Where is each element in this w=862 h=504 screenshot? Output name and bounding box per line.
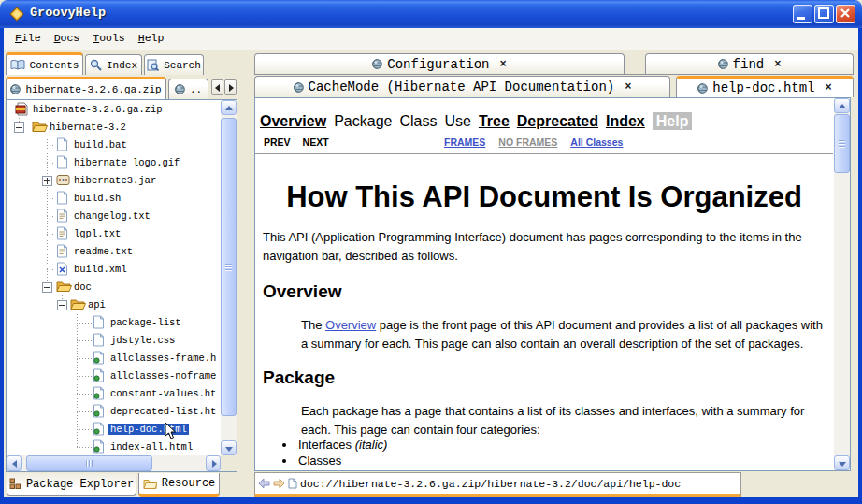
doc-vscroll-thumb[interactable] bbox=[834, 114, 850, 173]
subnav-no-frames[interactable]: NO FRAMES bbox=[498, 137, 557, 148]
tab-scroll-right-button[interactable] bbox=[224, 79, 237, 95]
tree-expander[interactable] bbox=[14, 122, 24, 133]
tab-configuration[interactable]: Configuration× bbox=[254, 53, 625, 74]
tree-item-allclasses-noframe[interactable]: allclasses-noframe bbox=[7, 367, 221, 385]
tab-label: Index bbox=[107, 60, 137, 71]
category-item: Interfaces (italic) bbox=[296, 437, 833, 453]
menu-help[interactable]: Help bbox=[132, 28, 171, 44]
nav-deprecated[interactable]: Deprecated bbox=[517, 112, 598, 130]
nav-tree[interactable]: Tree bbox=[479, 112, 510, 130]
tree-item-label[interactable]: allclasses-frame.h bbox=[110, 353, 216, 364]
subnav-all-classes[interactable]: All Classes bbox=[570, 137, 623, 148]
tree-item-help-doc-html[interactable]: help-doc.html bbox=[7, 421, 221, 439]
tree-item-label[interactable]: jdstyle.css bbox=[110, 335, 175, 346]
tab-find[interactable]: find× bbox=[645, 53, 854, 74]
scroll-up-button[interactable] bbox=[221, 100, 237, 115]
close-tab-icon[interactable]: × bbox=[826, 81, 832, 94]
scroll-right-button[interactable] bbox=[206, 455, 221, 471]
tree-item-package-list[interactable]: package-list bbox=[7, 314, 221, 332]
tab-resource[interactable]: Resource bbox=[138, 473, 220, 497]
close-tab-icon[interactable]: × bbox=[625, 80, 631, 94]
tree-item-label[interactable]: hibernate3.jar bbox=[74, 175, 156, 186]
tree-expander[interactable] bbox=[42, 282, 52, 293]
tree-item-build-xml[interactable]: build.xml bbox=[7, 261, 221, 279]
scroll-up-button[interactable] bbox=[834, 98, 850, 113]
app-icon bbox=[9, 7, 24, 26]
tree-item-label[interactable]: hibernate-3.2 bbox=[50, 122, 126, 133]
tree-item-readme-txt[interactable]: readme.txt bbox=[7, 243, 221, 261]
tab-contents[interactable]: Contents bbox=[6, 52, 83, 75]
tree-item-label[interactable]: readme.txt bbox=[74, 246, 133, 257]
nav-index[interactable]: Index bbox=[606, 112, 645, 130]
scrollbar-corner bbox=[221, 455, 237, 471]
minimize-button[interactable] bbox=[793, 5, 812, 23]
tree-hscrollbar[interactable] bbox=[7, 455, 221, 471]
tree-item-hibernate-3-2[interactable]: hibernate-3.2 bbox=[7, 119, 221, 137]
tree-vscroll-thumb[interactable] bbox=[221, 118, 237, 416]
tree-item-label[interactable]: build.bat bbox=[74, 139, 127, 151]
close-tab-icon[interactable]: × bbox=[500, 58, 507, 71]
tree-item-index-all-html[interactable]: index-all.html bbox=[7, 439, 221, 455]
tree-item-label[interactable]: doc bbox=[74, 281, 92, 293]
tab-hibernate-3-2-6-ga-zip[interactable]: hibernate-3.2.6.ga.zip bbox=[6, 77, 166, 99]
subnav-next: NEXT bbox=[303, 137, 329, 148]
tree-item-label[interactable]: build.xml bbox=[74, 264, 127, 275]
scroll-down-button[interactable] bbox=[221, 440, 237, 455]
nav-overview[interactable]: Overview bbox=[260, 112, 326, 130]
back-icon[interactable] bbox=[258, 478, 270, 489]
tree-expander[interactable] bbox=[42, 176, 52, 186]
tree-vscrollbar[interactable] bbox=[221, 100, 237, 455]
tree-item-deprecated-list-ht[interactable]: deprecated-list.ht bbox=[7, 403, 221, 421]
close-button[interactable] bbox=[836, 5, 855, 23]
tree-item-label[interactable]: allclasses-noframe bbox=[110, 370, 216, 382]
nav-use: Use bbox=[444, 112, 470, 130]
tab-help-doc-html[interactable]: help-doc.html× bbox=[676, 76, 854, 97]
nav-help[interactable]: Help bbox=[653, 112, 693, 130]
tree-item-constant-values-ht[interactable]: constant-values.ht bbox=[7, 385, 221, 403]
tab-cachemode-hibernate-api-documentation-[interactable]: CacheMode (Hibernate API Documentation)× bbox=[254, 76, 670, 97]
tree-item-label[interactable]: constant-values.ht bbox=[110, 388, 216, 399]
menu-file[interactable]: File bbox=[8, 28, 48, 44]
tree-item-label[interactable]: api bbox=[88, 299, 106, 310]
overview-link[interactable]: Overview bbox=[325, 318, 376, 332]
doc-intro: This API (Application Programming Interf… bbox=[263, 228, 833, 266]
category-item: Classes bbox=[296, 453, 833, 468]
forward-icon[interactable] bbox=[273, 478, 285, 489]
tab-scroll-left-button[interactable] bbox=[211, 79, 223, 95]
tree-item-build-sh[interactable]: build.sh bbox=[7, 190, 221, 208]
tree-item-label[interactable]: build.sh bbox=[74, 193, 121, 204]
tab-search[interactable]: Search bbox=[144, 54, 204, 75]
maximize-button[interactable] bbox=[814, 5, 834, 23]
tab-package-explorer[interactable]: Package Explorer bbox=[7, 473, 136, 496]
address-text: doc://hibernate-3.2.6.ga.zip/hibernate-3… bbox=[300, 478, 681, 490]
tab--[interactable]: .. bbox=[168, 79, 208, 99]
tree-item-label[interactable]: index-all.html bbox=[110, 441, 193, 453]
tree-item-hibernate3-jar[interactable]: hibernate3.jar bbox=[7, 172, 221, 190]
tree-item-api[interactable]: api bbox=[7, 296, 221, 314]
tree-item-label[interactable]: lgpl.txt bbox=[74, 228, 121, 239]
scroll-left-button[interactable] bbox=[7, 455, 22, 471]
jar-icon bbox=[56, 173, 70, 190]
tree-item-label[interactable]: deprecated-list.ht bbox=[110, 406, 216, 417]
tree-item-allclasses-frame-h[interactable]: allclasses-frame.h bbox=[7, 350, 221, 367]
tree-hscroll-thumb[interactable] bbox=[26, 455, 152, 471]
close-tab-icon[interactable]: × bbox=[774, 58, 781, 71]
tree-item-label[interactable]: package-list bbox=[110, 317, 181, 328]
doc-vscrollbar[interactable] bbox=[834, 98, 850, 470]
tree-item-lgpl-txt[interactable]: lgpl.txt bbox=[7, 225, 221, 243]
tree-item-label[interactable]: hibernate_logo.gif bbox=[74, 157, 180, 168]
menu-tools[interactable]: Tools bbox=[86, 28, 132, 44]
tree-item-jdstyle-css[interactable]: jdstyle.css bbox=[7, 332, 221, 350]
menu-docs[interactable]: Docs bbox=[48, 28, 87, 44]
tree-item-doc[interactable]: doc bbox=[7, 279, 221, 296]
tree-item-label[interactable]: changelog.txt bbox=[74, 210, 151, 222]
tree-item-hibernate-logo-gif[interactable]: hibernate_logo.gif bbox=[7, 154, 221, 172]
scroll-down-button[interactable] bbox=[834, 455, 850, 470]
tree-item-build-bat[interactable]: build.bat bbox=[7, 137, 221, 154]
tab-index[interactable]: Index bbox=[85, 54, 142, 75]
subnav-frames[interactable]: FRAMES bbox=[444, 137, 485, 148]
tree-item-label[interactable]: hibernate-3.2.6.ga.zip bbox=[33, 104, 163, 115]
tree-item-changelog-txt[interactable]: changelog.txt bbox=[7, 208, 221, 225]
tree-item-hibernate-3-2-6-ga-zip[interactable]: hibernate-3.2.6.ga.zip bbox=[7, 101, 221, 119]
tree-expander[interactable] bbox=[57, 300, 67, 310]
